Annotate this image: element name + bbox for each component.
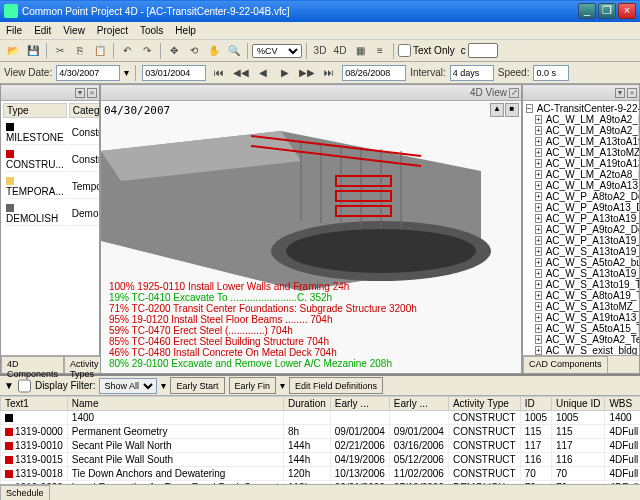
tree-node[interactable]: +AC_W_P_A13toA19_Demo	[525, 235, 637, 246]
filter-checkbox[interactable]	[18, 378, 31, 394]
menu-tools[interactable]: Tools	[140, 25, 163, 36]
col-category[interactable]: Category	[69, 103, 99, 118]
table-row[interactable]: 1319-0015Secant Pile Wall South144h04/19…	[1, 453, 641, 467]
tree-node[interactable]: +AC_W_P_A13toA19_Dem	[525, 213, 637, 224]
tree-node[interactable]: +AC_W_S_A13toMZ_build	[525, 301, 637, 312]
cad-tree[interactable]: −AC-TransitCenter-9-22-04B+AC_W_LM_A9toA…	[523, 101, 639, 355]
grid-icon[interactable]: ▦	[351, 42, 369, 60]
early-finish-button[interactable]: Early Fin	[229, 377, 277, 394]
tree-node[interactable]: +AC_W_LM_A9toA2_Build	[525, 114, 637, 125]
start-date-input[interactable]	[142, 65, 206, 81]
tree-node[interactable]: +AC_W_LM_A13toMZ_Dem	[525, 147, 637, 158]
paste-icon[interactable]: 📋	[91, 42, 109, 60]
prev-icon[interactable]: ◀◀	[232, 64, 250, 82]
tree-node[interactable]: +AC_W_S_A5toA2_build	[525, 257, 637, 268]
tree-node[interactable]: +AC_W_LM_A9toA13_Dem	[525, 180, 637, 191]
textonly-checkbox[interactable]	[398, 44, 411, 57]
close-button[interactable]: ×	[618, 3, 636, 19]
maximize-button[interactable]: ❐	[598, 3, 616, 19]
play-icon[interactable]: ▶	[276, 64, 294, 82]
cut-icon[interactable]: ✂	[51, 42, 69, 60]
tree-node[interactable]: +AC_W_LM_A19toA13_Bui	[525, 158, 637, 169]
zoom-icon[interactable]: 🔍	[225, 42, 243, 60]
view-front-icon[interactable]: ■	[505, 103, 519, 117]
c-input[interactable]	[468, 43, 498, 58]
col-header[interactable]: WBS	[605, 397, 640, 411]
tree-node[interactable]: +AC_W_LM_A2toA8_Demo	[525, 169, 637, 180]
col-header[interactable]: Duration	[283, 397, 330, 411]
minimize-button[interactable]: _	[578, 3, 596, 19]
type-row[interactable]: TEMPORA...Temporary	[3, 174, 99, 199]
tree-node[interactable]: +AC_W_S_A13toA19_Dem	[525, 246, 637, 257]
view-4d-icon[interactable]: 4D	[331, 42, 349, 60]
tab-schedule[interactable]: Schedule	[0, 485, 50, 500]
tree-node[interactable]: +AC_W_S_A5toA15_Temp	[525, 323, 637, 334]
early-start-button[interactable]: Early Start	[170, 377, 224, 394]
viewdate-input[interactable]	[56, 65, 120, 81]
nav-icon[interactable]: ✥	[165, 42, 183, 60]
type-row[interactable]: MILESTONEConstruct	[3, 120, 99, 145]
tab-cad-components[interactable]: CAD Components	[523, 356, 608, 373]
panel-close-icon[interactable]: ×	[627, 88, 637, 98]
viewport-max-icon[interactable]: ⤢	[509, 88, 519, 98]
menu-view[interactable]: View	[63, 25, 85, 36]
type-row[interactable]: DEMOLISHDemolish	[3, 201, 99, 226]
table-row[interactable]: 1319-0010Secant Pile Wall North144h02/21…	[1, 439, 641, 453]
view-top-icon[interactable]: ▲	[490, 103, 504, 117]
table-row[interactable]: 1319-0018Tie Down Anchors and Dewatering…	[1, 467, 641, 481]
filter-select[interactable]: Show All	[99, 378, 157, 394]
fwd-icon[interactable]: ▶▶	[298, 64, 316, 82]
pan-icon[interactable]: ✋	[205, 42, 223, 60]
col-header[interactable]: Name	[67, 397, 283, 411]
interval-input[interactable]	[450, 65, 494, 81]
col-header[interactable]: Activity Type	[448, 397, 520, 411]
view-3d-icon[interactable]: 3D	[311, 42, 329, 60]
redo-icon[interactable]: ↷	[138, 42, 156, 60]
rotate-icon[interactable]: ⟲	[185, 42, 203, 60]
layers-icon[interactable]: ≡	[371, 42, 389, 60]
schedule-grid[interactable]: Text1NameDurationEarly ...Early ...Activ…	[0, 396, 640, 484]
filter-icon[interactable]: ▼	[4, 380, 14, 391]
panel-pin-icon[interactable]: ▾	[75, 88, 85, 98]
tree-node[interactable]: +AC_W_S_A9toA2_Temp	[525, 334, 637, 345]
edit-fields-button[interactable]: Edit Field Definitions	[289, 377, 383, 394]
tree-node[interactable]: +AC_W_S_A13toA19_Dem	[525, 268, 637, 279]
tree-node[interactable]: +AC_W_P_A9toA13_Demo	[525, 202, 637, 213]
table-row[interactable]: 1319-0000Permanent Geometry8h09/01/20040…	[1, 425, 641, 439]
tree-node[interactable]: +AC_W_S_A19toA13_Temp	[525, 312, 637, 323]
tree-node[interactable]: +AC_W_P_A9toA2_Demo	[525, 224, 637, 235]
panel-pin-icon[interactable]: ▾	[615, 88, 625, 98]
undo-icon[interactable]: ↶	[118, 42, 136, 60]
tree-node[interactable]: +AC_W_LM_A13toA19_Der	[525, 136, 637, 147]
panel-close-icon[interactable]: ×	[87, 88, 97, 98]
viewport-3d[interactable]: ▲ ■ 04/30/2007	[101, 101, 521, 373]
speed-input[interactable]	[533, 65, 569, 81]
col-type[interactable]: Type	[3, 103, 67, 118]
tree-node[interactable]: +AC_W_P_A8toA2_Demo	[525, 191, 637, 202]
col-header[interactable]: Early ...	[330, 397, 389, 411]
type-row[interactable]: CONSTRU...Construct	[3, 147, 99, 172]
menu-file[interactable]: File	[6, 25, 22, 36]
tree-root[interactable]: −AC-TransitCenter-9-22-04B	[525, 103, 637, 114]
dropdown-icon[interactable]: ▾	[124, 67, 129, 78]
end-date-input[interactable]	[342, 65, 406, 81]
col-header[interactable]: Unique ID	[551, 397, 604, 411]
open-icon[interactable]: 📂	[4, 42, 22, 60]
tree-node[interactable]: +AC_W_S_A13to19_Temp	[525, 279, 637, 290]
col-header[interactable]: Early ...	[389, 397, 448, 411]
first-icon[interactable]: ⏮	[210, 64, 228, 82]
back-icon[interactable]: ◀	[254, 64, 272, 82]
table-row[interactable]: 1400CONSTRUCT1005100514000Me	[1, 411, 641, 425]
col-header[interactable]: ID	[520, 397, 551, 411]
tab-activity-types[interactable]: Activity Types	[64, 356, 105, 373]
last-icon[interactable]: ⏭	[320, 64, 338, 82]
col-header[interactable]: Text1	[1, 397, 68, 411]
save-icon[interactable]: 💾	[24, 42, 42, 60]
tab-4d-components[interactable]: 4D Components	[1, 356, 64, 373]
copy-icon[interactable]: ⎘	[71, 42, 89, 60]
menu-help[interactable]: Help	[175, 25, 196, 36]
tree-node[interactable]: +AC_W_S_exist_bldg	[525, 345, 637, 355]
tree-node[interactable]: +AC_W_S_A8toA19_Temp	[525, 290, 637, 301]
menu-project[interactable]: Project	[97, 25, 128, 36]
scale-select[interactable]: %CV	[252, 44, 302, 58]
